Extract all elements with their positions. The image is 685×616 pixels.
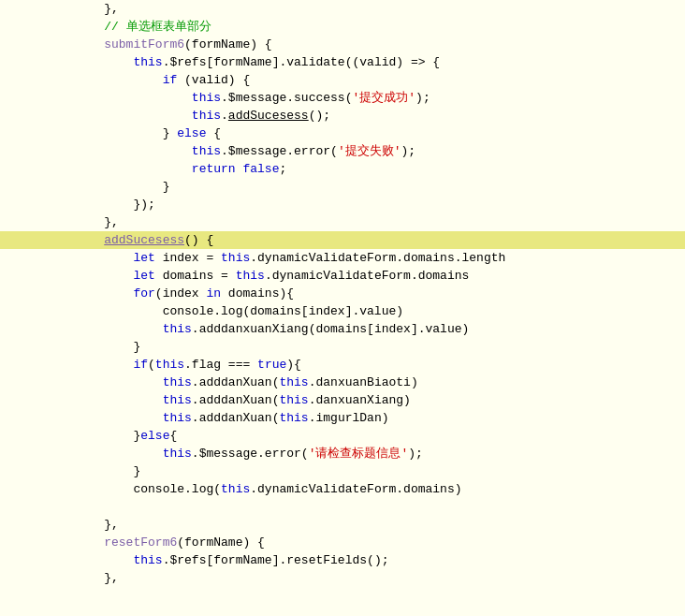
code-line-33: }, <box>0 569 685 587</box>
line-content: }, <box>66 569 685 587</box>
line-content: for(index in domains){ <box>66 285 685 302</box>
line-content: this.$message.error('提交失败'); <box>66 142 685 160</box>
code-line-11: } <box>0 178 685 196</box>
line-content: } <box>66 338 685 356</box>
code-line-10: return false; <box>0 160 685 178</box>
code-line-28: console.log(this.dynamicValidateForm.dom… <box>0 480 685 498</box>
code-line-30: }, <box>0 516 685 534</box>
line-content: }, <box>66 516 685 534</box>
code-line-5: if (valid) { <box>0 71 685 89</box>
line-content: this.adddanXuan(this.danxuanXiang) <box>66 391 685 409</box>
line-content: } <box>66 178 685 196</box>
code-line-4: this.$refs[formName].validate((valid) =>… <box>0 53 685 71</box>
code-line-31: resetForm6(formName) { <box>0 534 685 551</box>
code-line-9: this.$message.error('提交失败'); <box>0 142 685 160</box>
line-content: this.adddanxuanXiang(domains[index].valu… <box>66 320 685 338</box>
code-line-16: let domains = this.dynamicValidateForm.d… <box>0 267 685 285</box>
line-content: }, <box>66 213 685 231</box>
line-content: this.$refs[formName].validate((valid) =>… <box>66 53 685 71</box>
line-content: addSucesess() { <box>66 231 685 249</box>
code-line-20: } <box>0 338 685 356</box>
code-line-8: } else { <box>0 125 685 142</box>
code-line-25: }else{ <box>0 427 685 445</box>
line-content: }, <box>66 0 685 18</box>
code-line-32: this.$refs[formName].resetFields(); <box>0 551 685 569</box>
line-content: submitForm6(formName) { <box>66 36 685 53</box>
line-content: this.addSucesess(); <box>66 107 685 125</box>
line-content: let index = this.dynamicValidateForm.dom… <box>66 249 685 267</box>
code-line-6: this.$message.success('提交成功'); <box>0 89 685 107</box>
code-line-2: // 单选框表单部分 <box>0 18 685 36</box>
code-line-18: console.log(domains[index].value) <box>0 302 685 320</box>
code-line-12: }); <box>0 196 685 213</box>
line-content: this.adddanXuan(this.danxuanBiaoti) <box>66 374 685 391</box>
line-content: return false; <box>66 160 685 178</box>
code-line-21: if(this.flag === true){ <box>0 356 685 374</box>
code-line-22: this.adddanXuan(this.danxuanBiaoti) <box>0 374 685 391</box>
code-line-14-highlighted: addSucesess() { <box>0 231 685 249</box>
code-area: }, // 单选框表单部分 submitForm6(formName) { th… <box>0 0 685 587</box>
line-content: console.log(domains[index].value) <box>66 302 685 320</box>
line-content: }else{ <box>66 427 685 445</box>
line-content: console.log(this.dynamicValidateForm.dom… <box>66 480 685 498</box>
code-line-19: this.adddanxuanXiang(domains[index].valu… <box>0 320 685 338</box>
line-content: }); <box>66 196 685 213</box>
code-line-23: this.adddanXuan(this.danxuanXiang) <box>0 391 685 409</box>
code-line-29 <box>0 498 685 516</box>
line-content: resetForm6(formName) { <box>66 534 685 551</box>
line-content: this.$message.error('请检查标题信息'); <box>66 445 685 462</box>
line-content: this.$refs[formName].resetFields(); <box>66 551 685 569</box>
line-content: if (valid) { <box>66 71 685 89</box>
code-line-17: for(index in domains){ <box>0 285 685 302</box>
line-content: } else { <box>66 125 685 142</box>
code-line-26: this.$message.error('请检查标题信息'); <box>0 445 685 462</box>
code-line-7: this.addSucesess(); <box>0 107 685 125</box>
line-content: this.$message.success('提交成功'); <box>66 89 685 107</box>
line-content: // 单选框表单部分 <box>66 18 685 36</box>
line-content: let domains = this.dynamicValidateForm.d… <box>66 267 685 285</box>
code-line-15: let index = this.dynamicValidateForm.dom… <box>0 249 685 267</box>
line-content: } <box>66 462 685 480</box>
code-line-27: } <box>0 462 685 480</box>
code-line-24: this.adddanXuan(this.imgurlDan) <box>0 409 685 427</box>
line-content <box>66 498 685 516</box>
line-content: this.adddanXuan(this.imgurlDan) <box>66 409 685 427</box>
code-line-1: }, <box>0 0 685 18</box>
code-line-13: }, <box>0 213 685 231</box>
line-content: if(this.flag === true){ <box>66 356 685 374</box>
code-container: }, // 单选框表单部分 submitForm6(formName) { th… <box>0 0 685 616</box>
code-line-3: submitForm6(formName) { <box>0 36 685 53</box>
